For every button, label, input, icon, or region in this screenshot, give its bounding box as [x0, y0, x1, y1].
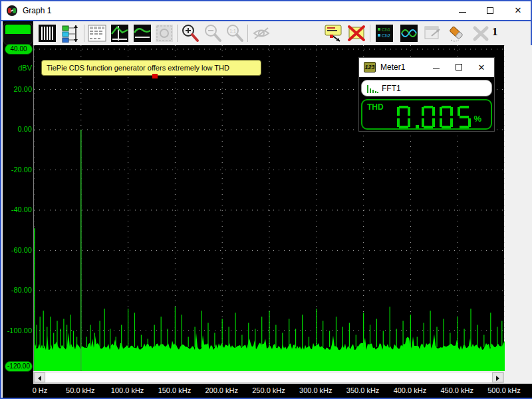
zoom-out-button[interactable] [203, 24, 222, 43]
erase-button[interactable] [447, 24, 466, 43]
y-axis-label: 20.00 [4, 85, 32, 93]
hide-trace-button[interactable] [252, 24, 271, 43]
y-axis-strip: 40.00 dBV 20.000.00-20.00-40.00-60.00-80… [3, 21, 33, 384]
trace-count-label: 1 [492, 25, 498, 39]
thd-value-digits [397, 106, 475, 131]
svg-text:Ch2: Ch2 [382, 33, 390, 38]
scrollbar-thumb[interactable] [46, 372, 491, 382]
fft-icon [367, 84, 379, 94]
y-axis-label: -20.00 [4, 166, 32, 174]
y-axis-label: -100.00 [4, 327, 32, 334]
traces-button[interactable] [400, 24, 418, 43]
maximize-button[interactable] [479, 1, 501, 20]
y-axis-bottom-scale-button[interactable]: -120.00 [5, 361, 33, 372]
toolbar-separator [247, 25, 248, 42]
average-graph-button[interactable] [133, 24, 152, 43]
meter-app-icon: 123 [364, 62, 376, 72]
scroll-left-button[interactable] [34, 372, 45, 382]
legend-button[interactable]: Ch1 Ch2 [375, 24, 394, 43]
thd-measurement-label: THD [367, 102, 384, 112]
meter-source-label: FFT1 [382, 84, 401, 93]
replay-button[interactable] [155, 24, 174, 43]
svg-text:Ch1: Ch1 [382, 27, 390, 32]
close-button[interactable]: ✕ [507, 1, 529, 20]
comment-anchor-handle[interactable] [152, 74, 158, 78]
y-axis-unit: dBV [4, 64, 32, 72]
graph-window: Graph 1 ✕ 40.00 dBV 20.000.00-20.00-40.0… [0, 0, 532, 399]
minimize-button[interactable] [451, 1, 473, 20]
right-margin [505, 45, 532, 384]
vertical-cursors-button[interactable] [38, 24, 57, 43]
left-arrow-icon [38, 376, 41, 381]
channel-source-button[interactable] [3, 23, 33, 45]
x-axis-label: 100.0 kHz [111, 386, 144, 394]
right-arrow-icon [496, 376, 499, 381]
title-bar[interactable]: Graph 1 ✕ [1, 1, 531, 20]
meter-window-title: Meter1 [380, 63, 405, 72]
meter-window: 123 Meter1 ✕ FFT1 THD % [358, 57, 495, 132]
envelope-graph-button[interactable] [110, 24, 129, 43]
export-window-button[interactable] [424, 24, 442, 43]
comment-note[interactable]: TiePie CDS function generator offers ext… [41, 60, 261, 76]
add-comment-button[interactable] [324, 24, 342, 43]
comment-note-text: TiePie CDS function generator offers ext… [47, 64, 229, 72]
window-title: Graph 1 [23, 6, 51, 15]
x-axis-label: 400.0 kHz [394, 386, 427, 394]
zoom-in-button[interactable] [181, 24, 200, 43]
y-axis-label: -80.00 [4, 286, 32, 294]
x-axis-label: 300.0 kHz [299, 386, 332, 394]
data-table-button[interactable] [88, 24, 106, 43]
scroll-right-button[interactable] [492, 372, 503, 382]
zoom-reset-button[interactable]: 1:1 [225, 24, 244, 43]
axis-offsets-button[interactable] [61, 24, 80, 43]
meter-maximize-button[interactable] [449, 58, 469, 77]
meter-close-button[interactable]: ✕ [471, 58, 491, 77]
toolbar-separator [84, 25, 84, 42]
clear-traces-button[interactable] [471, 24, 490, 43]
x-axis-label-bar: 0 Hz50.0 kHz100.0 kHz150.0 kHz200.0 kHz2… [3, 384, 532, 398]
x-axis-label: 0 Hz [33, 386, 48, 394]
x-axis-label: 500.0 kHz [487, 386, 521, 394]
meter-title-bar[interactable]: 123 Meter1 ✕ [359, 58, 494, 77]
y-axis-top-scale-button[interactable]: 40.00 [5, 44, 33, 55]
channel-active-led [5, 25, 31, 34]
x-axis-label: 150.0 kHz [158, 386, 192, 394]
delete-comment-button[interactable] [346, 24, 365, 43]
toolbar: 1:1 Ch1 Ch2 [33, 21, 505, 45]
meter-minimize-button[interactable] [426, 58, 446, 77]
x-axis-label: 450.0 kHz [440, 386, 473, 394]
meter-source-selector[interactable]: FFT1 [361, 80, 492, 96]
toolbar-separator [370, 25, 370, 42]
y-axis-label: 0.00 [4, 125, 32, 133]
x-axis-label: 200.0 kHz [205, 386, 238, 394]
y-axis-label: -40.00 [4, 205, 32, 213]
svg-text:1:1: 1:1 [229, 29, 236, 33]
y-axis-label: -60.00 [4, 246, 32, 254]
x-axis-label: 50.0 kHz [66, 386, 94, 394]
thd-unit-label: % [473, 114, 481, 124]
x-axis-label: 250.0 kHz [252, 386, 285, 394]
app-logo-icon [7, 5, 17, 16]
toolbar-separator [177, 25, 178, 42]
x-axis-label: 350.0 kHz [346, 386, 380, 394]
thd-display: THD % [361, 99, 492, 130]
horizontal-scrollbar[interactable] [33, 372, 504, 383]
